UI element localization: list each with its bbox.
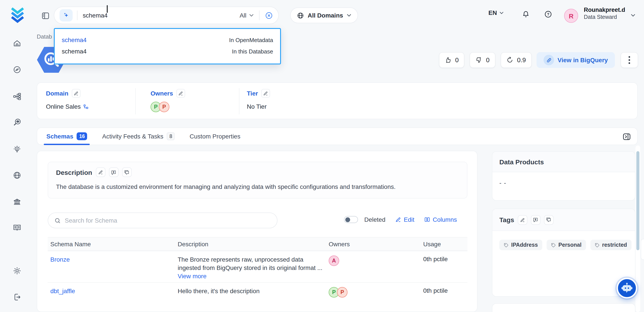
col-header-description[interactable]: Description xyxy=(175,241,326,248)
text-cursor xyxy=(107,5,108,13)
schema-description: The Bronze represents raw, unprocessed d… xyxy=(178,255,326,264)
edit-table-button[interactable]: Edit xyxy=(395,216,414,223)
search-divider xyxy=(259,11,260,20)
breadcrumb[interactable]: Datab xyxy=(37,33,56,40)
divider xyxy=(239,88,240,114)
view-in-bigquery-button[interactable]: View in BigQuery xyxy=(536,52,615,68)
global-search-bar: All xyxy=(54,7,279,24)
score-value: 0.9 xyxy=(517,57,526,64)
toggle-knob xyxy=(346,217,350,222)
domain-value[interactable]: Online Sales xyxy=(46,103,81,110)
tab-custom-properties[interactable]: Custom Properties xyxy=(190,127,240,145)
search-scope-label: All xyxy=(240,12,246,19)
right-panel-toggle-icon[interactable] xyxy=(622,132,631,141)
tag-icon xyxy=(551,243,556,247)
columns-button[interactable]: Columns xyxy=(424,216,457,223)
description-conversations-icon[interactable] xyxy=(122,167,132,177)
tags-conversations-icon[interactable] xyxy=(544,215,554,225)
openmetadata-logo-icon[interactable] xyxy=(8,5,27,26)
edit-owners-pencil-icon[interactable] xyxy=(176,89,185,98)
schemas-table: Schema Name Description Owners Usage Bro… xyxy=(48,237,468,312)
sparkle-icon[interactable] xyxy=(60,9,73,22)
sidebar-home-icon[interactable] xyxy=(13,39,22,48)
help-icon[interactable]: ? xyxy=(544,10,552,19)
tab-custom-properties-label: Custom Properties xyxy=(190,133,240,140)
tag-chip[interactable]: Personal xyxy=(546,240,586,250)
owners-label: Owners xyxy=(150,90,173,97)
search-scope-select[interactable]: All xyxy=(240,12,254,19)
schema-link[interactable]: Bronze xyxy=(50,256,70,263)
user-avatar-initial: R xyxy=(569,12,574,20)
tab-activity-feeds[interactable]: Activity Feeds & Tasks 8 xyxy=(102,127,175,145)
user-name: Rounakpreet.d xyxy=(584,7,625,13)
chatbot-button[interactable] xyxy=(617,278,637,298)
edit-tags-pencil-icon[interactable] xyxy=(518,215,527,225)
sidebar-collapse-icon[interactable] xyxy=(41,12,50,20)
tab-schemas[interactable]: Schemas 16 xyxy=(46,127,87,145)
owner-avatar[interactable]: P xyxy=(337,287,348,297)
all-domains-button[interactable]: All Domains xyxy=(290,8,358,23)
search-clear-icon[interactable] xyxy=(265,11,273,20)
robot-icon xyxy=(621,283,633,293)
score-button[interactable]: 0.9 xyxy=(501,52,532,68)
user-role: Data Steward xyxy=(584,14,625,21)
user-menu[interactable]: Rounakpreet.d Data Steward xyxy=(584,7,625,21)
chevron-down-icon xyxy=(500,11,504,14)
suggestion-context: In OpenMetadata xyxy=(229,37,273,43)
owner-avatar[interactable]: A xyxy=(329,255,339,266)
owner-avatar[interactable]: P xyxy=(159,102,169,112)
col-header-usage[interactable]: Usage xyxy=(420,241,468,248)
tag-chip[interactable]: restricted xyxy=(590,240,631,250)
tag-icon xyxy=(504,243,508,247)
upvote-button[interactable]: 0 xyxy=(439,52,464,68)
schema-search-box xyxy=(48,213,278,228)
sidebar-domains-globe-icon[interactable] xyxy=(13,171,22,180)
svg-text:?: ? xyxy=(547,12,550,17)
search-divider xyxy=(77,11,78,20)
sidebar-glossary-book-icon[interactable] xyxy=(13,223,22,232)
data-products-card: Data Products - - xyxy=(492,151,636,201)
tags-title: Tags xyxy=(499,216,514,223)
search-suggestion-item[interactable]: schema4 In this Database xyxy=(62,47,273,56)
suggestion-label: schema4 xyxy=(62,36,87,43)
description-title: Description xyxy=(56,169,92,176)
app-viewport: All All Domains EN ? R xyxy=(0,0,644,312)
scrollbar-thumb[interactable] xyxy=(636,151,640,250)
edit-tier-pencil-icon[interactable] xyxy=(262,89,270,98)
sidebar-insights-bulb-icon[interactable] xyxy=(13,145,22,154)
tab-activity-label: Activity Feeds & Tasks xyxy=(102,133,164,140)
user-menu-chevron-icon[interactable] xyxy=(631,14,636,17)
sidebar-logout-icon[interactable] xyxy=(13,293,22,301)
downvote-button[interactable]: 0 xyxy=(470,52,496,68)
sidebar-lineage-icon[interactable] xyxy=(13,92,22,101)
right-edge-card xyxy=(641,239,644,260)
global-search-input[interactable] xyxy=(83,12,234,19)
schema-link[interactable]: dbt_jaffle xyxy=(50,287,75,294)
description-section: Description ? The database is a customiz xyxy=(48,162,468,199)
search-icon xyxy=(54,217,61,224)
search-suggestion-item[interactable]: schema4 In OpenMetadata xyxy=(62,35,273,45)
thumbs-down-icon xyxy=(476,57,482,64)
language-selector[interactable]: EN xyxy=(488,9,504,16)
sidebar-explore-compass-icon[interactable] xyxy=(13,65,22,74)
deleted-toggle[interactable] xyxy=(344,216,358,223)
schema-search-input[interactable] xyxy=(65,217,271,224)
edit-description-pencil-icon[interactable] xyxy=(96,167,105,177)
downvote-count: 0 xyxy=(486,57,490,64)
edit-domain-pencil-icon[interactable] xyxy=(72,89,81,98)
entity-summary-card: Domain Online Sales Owners P xyxy=(37,82,638,119)
col-header-owners[interactable]: Owners xyxy=(326,241,420,248)
tag-chip[interactable]: IPAddress xyxy=(499,240,542,250)
request-description-icon[interactable]: ? xyxy=(109,167,118,177)
more-options-kebab-button[interactable] xyxy=(620,52,638,68)
sidebar-observability-icon[interactable] xyxy=(13,118,22,127)
user-avatar[interactable]: R xyxy=(564,9,578,23)
sidebar-settings-gear-icon[interactable] xyxy=(13,266,22,275)
col-header-schema-name[interactable]: Schema Name xyxy=(48,241,175,248)
view-more-link[interactable]: View more xyxy=(178,272,326,280)
request-tags-icon[interactable]: ? xyxy=(531,215,540,225)
suggestion-context: In this Database xyxy=(232,48,273,55)
notifications-bell-icon[interactable] xyxy=(522,10,530,19)
sidebar-govern-bank-icon[interactable] xyxy=(13,198,22,206)
divider xyxy=(135,88,136,114)
